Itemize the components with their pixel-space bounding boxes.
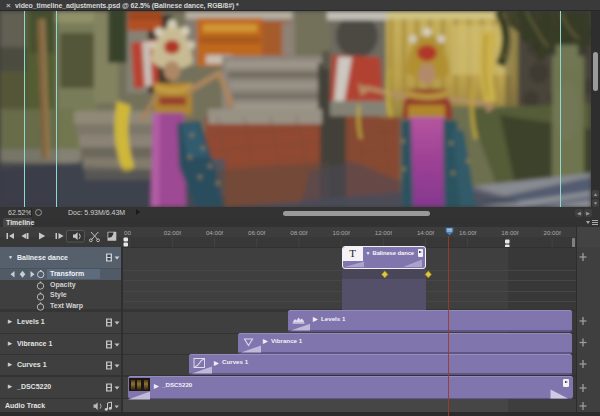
svg-text:12:00f: 12:00f <box>375 229 392 236</box>
svg-text:14:00f: 14:00f <box>417 229 434 236</box>
svg-text:20:00f: 20:00f <box>543 229 560 236</box>
svg-text:02:00f: 02:00f <box>164 229 181 236</box>
svg-text:06:00f: 06:00f <box>248 229 265 236</box>
svg-text:00: 00 <box>124 229 131 236</box>
svg-text:10:00f: 10:00f <box>332 229 349 236</box>
svg-text:18:00f: 18:00f <box>501 229 518 236</box>
svg-text:16:00f: 16:00f <box>459 229 476 236</box>
svg-text:04:00f: 04:00f <box>206 229 223 236</box>
svg-text:08:00f: 08:00f <box>290 229 307 236</box>
